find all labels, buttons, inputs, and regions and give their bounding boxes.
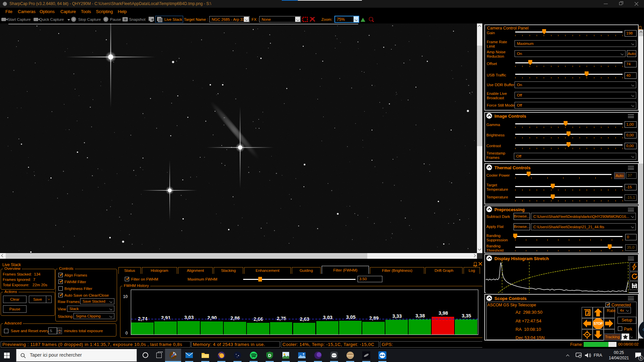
svg-text:D: D (268, 353, 271, 358)
